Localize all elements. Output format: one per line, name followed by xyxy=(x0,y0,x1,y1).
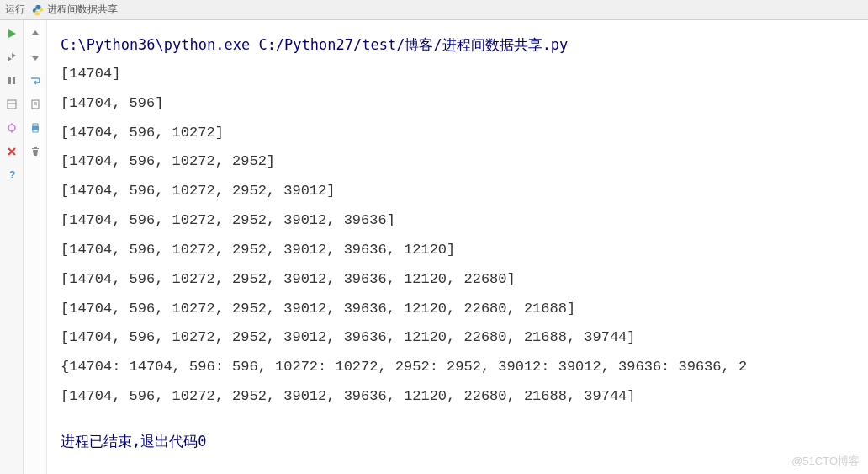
svg-rect-0 xyxy=(8,77,11,84)
layout-button[interactable] xyxy=(3,96,20,113)
svg-rect-13 xyxy=(33,130,38,132)
trash-button[interactable] xyxy=(27,143,44,160)
command-line: C:\Python36\python.exe C:/Python27/test/… xyxy=(61,30,861,60)
python-icon xyxy=(32,4,44,16)
debug-button[interactable] xyxy=(3,120,20,136)
play-button[interactable] xyxy=(3,25,20,42)
run-label: 运行 xyxy=(5,3,25,17)
secondary-toolbar xyxy=(24,20,47,474)
output-line: [14704, 596, 10272, 2952, 39012, 39636, … xyxy=(61,236,861,265)
left-toolbar: ? xyxy=(0,20,24,474)
main-area: ? C:\Python36\python.exe C:/Python27/tes… xyxy=(0,20,868,474)
up-button[interactable] xyxy=(27,25,44,42)
output-line: {14704: 14704, 596: 596, 10272: 10272, 2… xyxy=(61,353,861,382)
svg-rect-2 xyxy=(8,100,16,109)
svg-text:?: ? xyxy=(9,169,15,181)
console-output[interactable]: C:\Python36\python.exe C:/Python27/test/… xyxy=(47,20,868,474)
output-line: [14704, 596, 10272, 2952, 39012, 39636] xyxy=(61,206,861,236)
down-button[interactable] xyxy=(27,49,44,66)
pause-button[interactable] xyxy=(3,72,20,89)
output-line: [14704, 596, 10272, 2952, 39012, 39636, … xyxy=(61,323,861,353)
svg-rect-1 xyxy=(13,77,15,84)
watermark: @51CTO博客 xyxy=(791,454,860,469)
scroll-button[interactable] xyxy=(27,96,44,113)
output-line: [14704, 596, 10272, 2952, 39012, 39636, … xyxy=(61,295,861,324)
svg-point-4 xyxy=(8,125,15,131)
close-button[interactable] xyxy=(3,143,20,160)
output-line: [14704, 596, 10272] xyxy=(61,119,861,148)
wrap-button[interactable] xyxy=(27,72,44,89)
rerun-button[interactable] xyxy=(3,49,20,66)
help-button[interactable]: ? xyxy=(3,167,20,184)
svg-rect-12 xyxy=(33,124,38,126)
output-line: [14704] xyxy=(61,60,861,89)
process-end-line: 进程已结束,退出代码0 xyxy=(61,427,861,456)
run-tab-bar: 运行 进程间数据共享 xyxy=(0,0,868,20)
print-button[interactable] xyxy=(27,120,44,136)
output-line: [14704, 596, 10272, 2952] xyxy=(61,147,861,177)
output-line: [14704, 596] xyxy=(61,89,861,119)
output-line: [14704, 596, 10272, 2952, 39012, 39636, … xyxy=(61,265,861,295)
output-line: [14704, 596, 10272, 2952, 39012, 39636, … xyxy=(61,382,861,412)
tab-title[interactable]: 进程间数据共享 xyxy=(47,3,118,17)
output-line: [14704, 596, 10272, 2952, 39012] xyxy=(61,177,861,206)
